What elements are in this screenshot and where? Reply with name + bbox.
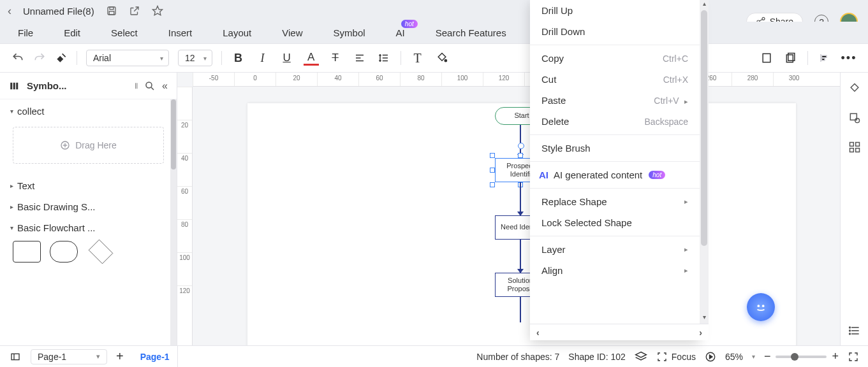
zoom-out-icon[interactable]: − bbox=[764, 350, 771, 363]
main: Symbo... ⦀ « ▾collect Drag Here ▸Text ▸B… bbox=[0, 73, 868, 345]
svg-point-40 bbox=[758, 305, 760, 307]
align-icon[interactable] bbox=[352, 50, 367, 66]
focus-button[interactable]: Focus bbox=[656, 351, 696, 363]
ctx-lock-shape[interactable]: Lock Selected Shape bbox=[530, 212, 700, 233]
menu-ai[interactable]: AIhot bbox=[396, 27, 405, 38]
fill-tool-icon[interactable] bbox=[848, 82, 862, 96]
connector[interactable] bbox=[520, 125, 521, 158]
align-left-icon[interactable] bbox=[817, 50, 832, 66]
context-scrollbar[interactable]: ▴ ▾ bbox=[700, 0, 709, 340]
nav-next-icon[interactable]: › bbox=[699, 327, 702, 338]
menu-insert[interactable]: Insert bbox=[168, 27, 193, 38]
ctx-style-brush[interactable]: Style Brush bbox=[530, 138, 700, 159]
svg-rect-19 bbox=[822, 59, 825, 61]
scroll-up-icon[interactable]: ▴ bbox=[700, 0, 709, 9]
menu-file[interactable]: File bbox=[18, 27, 33, 38]
star-icon[interactable] bbox=[152, 5, 163, 17]
pages-icon[interactable] bbox=[783, 50, 798, 66]
connector[interactable] bbox=[520, 182, 521, 215]
connector[interactable] bbox=[520, 240, 521, 273]
underline-icon[interactable]: U bbox=[279, 50, 295, 66]
group-collect[interactable]: ▾collect bbox=[0, 99, 177, 120]
slider-knob[interactable] bbox=[791, 353, 798, 361]
page-tab[interactable]: Page-1 bbox=[133, 346, 178, 368]
svg-rect-33 bbox=[855, 148, 859, 152]
more-icon[interactable]: ••• bbox=[841, 50, 857, 66]
group-text[interactable]: ▸Text bbox=[0, 174, 177, 195]
list-icon[interactable] bbox=[848, 324, 862, 338]
zoom-in-icon[interactable]: + bbox=[832, 350, 839, 363]
scroll-thumb[interactable] bbox=[701, 10, 707, 246]
context-navbar: ‹ › bbox=[530, 324, 709, 340]
zoom-value[interactable]: 65% bbox=[725, 352, 743, 362]
ctx-ai-generated[interactable]: AI AI generated content hot bbox=[530, 164, 700, 185]
text-tool-icon[interactable]: T bbox=[410, 50, 425, 66]
ctx-align[interactable]: Align▸ bbox=[530, 260, 700, 281]
settings-icon[interactable] bbox=[848, 111, 862, 125]
svg-rect-31 bbox=[855, 143, 859, 147]
italic-icon[interactable]: I bbox=[255, 50, 270, 66]
svg-rect-2 bbox=[109, 11, 114, 15]
menu-edit[interactable]: Edit bbox=[64, 27, 80, 38]
scroll-down-icon[interactable]: ▾ bbox=[700, 313, 709, 322]
expand-icon[interactable]: ⦀ bbox=[135, 81, 138, 91]
fill-icon[interactable] bbox=[434, 50, 450, 66]
context-menu: Drill Up Drill Down CopyCtrl+C CutCtrl+X… bbox=[530, 0, 700, 340]
redo-icon[interactable] bbox=[33, 52, 46, 64]
shape-diamond[interactable] bbox=[89, 240, 114, 264]
ctx-drill-up[interactable]: Drill Up bbox=[530, 0, 700, 21]
ctx-cut[interactable]: CutCtrl+X bbox=[530, 69, 700, 90]
add-page-icon[interactable]: + bbox=[116, 349, 124, 364]
menu-select[interactable]: Select bbox=[111, 27, 138, 38]
filename[interactable]: Unnamed File(8) bbox=[23, 6, 94, 17]
font-color-icon[interactable]: A bbox=[304, 50, 319, 66]
fullscreen-icon[interactable] bbox=[848, 351, 859, 363]
ctx-drill-down[interactable]: Drill Down bbox=[530, 21, 700, 42]
chevron-down-icon: ▾ bbox=[203, 55, 207, 62]
canvas[interactable]: -50020406080100120140260280300 204060801… bbox=[177, 73, 840, 345]
font-select[interactable]: Arial▾ bbox=[86, 50, 169, 66]
grid-icon[interactable] bbox=[848, 140, 862, 154]
group-basic-drawing[interactable]: ▸Basic Drawing S... bbox=[0, 195, 177, 216]
font-size-select[interactable]: 12▾ bbox=[178, 50, 212, 66]
menu-search-features[interactable]: Search Features bbox=[436, 27, 506, 38]
assistant-bubble[interactable] bbox=[747, 293, 775, 321]
menu-layout[interactable]: Layout bbox=[223, 27, 251, 38]
ctx-paste[interactable]: PasteCtrl+V ▸ bbox=[530, 90, 700, 111]
group-basic-flowchart[interactable]: ▾Basic Flowchart ... bbox=[0, 216, 177, 237]
save-icon[interactable] bbox=[106, 5, 117, 17]
bold-icon[interactable]: B bbox=[231, 50, 246, 66]
zoom-slider[interactable] bbox=[776, 356, 827, 358]
svg-rect-30 bbox=[850, 143, 853, 147]
line-spacing-icon[interactable] bbox=[376, 50, 392, 66]
ctx-copy[interactable]: CopyCtrl+C bbox=[530, 48, 700, 69]
sidebar-scrollbar[interactable] bbox=[170, 99, 177, 345]
shape-rect[interactable] bbox=[13, 241, 41, 263]
nav-prev-icon[interactable]: ‹ bbox=[536, 327, 540, 338]
menu-symbol[interactable]: Symbol bbox=[334, 27, 365, 38]
undo-icon[interactable] bbox=[11, 52, 24, 64]
pages-panel-icon[interactable] bbox=[9, 352, 22, 362]
menu-view[interactable]: View bbox=[282, 27, 302, 38]
page[interactable]: Start Prospect Identifi Need Identifi So… bbox=[247, 103, 796, 345]
drag-here-target[interactable]: Drag Here bbox=[13, 127, 164, 164]
collapse-sidebar-icon[interactable]: « bbox=[162, 80, 168, 92]
export-icon[interactable] bbox=[129, 5, 140, 17]
format-painter-icon[interactable] bbox=[55, 52, 68, 64]
ctx-replace-shape[interactable]: Replace Shape▸ bbox=[530, 191, 700, 212]
strikethrough-icon[interactable]: T bbox=[328, 50, 343, 66]
ctx-layer[interactable]: Layer▸ bbox=[530, 239, 700, 260]
ctx-delete[interactable]: DeleteBackspace bbox=[530, 111, 700, 132]
shape-round-rect[interactable] bbox=[50, 241, 78, 263]
chevron-down-icon: ▾ bbox=[96, 352, 100, 361]
rotate-handle[interactable] bbox=[518, 143, 524, 149]
connector[interactable] bbox=[520, 297, 521, 322]
library-icon[interactable] bbox=[9, 80, 20, 92]
back-icon[interactable]: ‹ bbox=[8, 4, 11, 18]
divider bbox=[401, 51, 401, 65]
page-icon[interactable] bbox=[759, 50, 774, 66]
page-selector[interactable]: Page-1▾ bbox=[31, 349, 107, 364]
search-icon[interactable] bbox=[144, 80, 156, 92]
layers-icon[interactable] bbox=[635, 350, 647, 363]
presentation-icon[interactable] bbox=[705, 351, 716, 363]
